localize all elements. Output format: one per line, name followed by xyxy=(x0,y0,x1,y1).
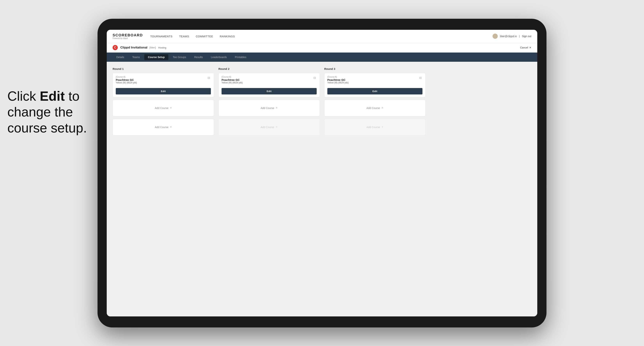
round-1-edit-button[interactable]: Edit xyxy=(116,88,211,94)
plus-icon-6: + xyxy=(382,125,384,129)
round-2-column: Round 2 (Course A) Peachtree GC Yellow (… xyxy=(218,67,320,138)
tournament-name: Clippd Invitational xyxy=(120,46,148,49)
course-label-3: (Course A) xyxy=(327,76,349,78)
tab-bar: Details Teams Course Setup Tee Groups Re… xyxy=(107,53,537,62)
tab-tee-groups[interactable]: Tee Groups xyxy=(169,54,190,60)
add-course-label-4: Add Course + xyxy=(260,125,278,129)
separator: | xyxy=(519,35,520,38)
tournament-gender: (Men) xyxy=(149,46,156,49)
add-course-label-6: Add Course + xyxy=(366,125,383,129)
delete-course-icon-3[interactable]: ⊟ xyxy=(418,76,422,80)
user-email: blair@clippd.io xyxy=(500,35,517,38)
course-card-header: (Course A) Peachtree GC Yellow (M) (6629… xyxy=(116,76,211,87)
app-logo: SCOREBOARD xyxy=(112,33,143,37)
main-content: Round 1 (Course A) Peachtree GC Yellow (… xyxy=(107,62,537,316)
round-2-add-course-1[interactable]: Add Course + xyxy=(218,100,320,116)
course-name-3: Peachtree GC xyxy=(327,78,349,81)
app-logo-sub: Powered by clippd xyxy=(112,37,143,39)
edit-emphasis: Edit xyxy=(40,89,65,103)
cancel-button[interactable]: Cancel ✕ xyxy=(520,46,532,49)
course-name-2: Peachtree GC xyxy=(222,78,243,81)
cancel-icon: ✕ xyxy=(529,46,532,49)
delete-course-icon[interactable]: ⊟ xyxy=(206,76,211,80)
tab-leaderboards[interactable]: Leaderboards xyxy=(207,54,230,60)
round-1-title: Round 1 xyxy=(112,67,214,70)
round-3-column: Round 3 (Course A) Peachtree GC Yellow (… xyxy=(324,67,426,138)
tab-teams[interactable]: Teams xyxy=(128,54,144,60)
course-info: (Course A) Peachtree GC Yellow (M) (6629… xyxy=(116,76,137,87)
round-1-add-course-1[interactable]: Add Course + xyxy=(112,100,214,116)
sign-out-link[interactable]: Sign out xyxy=(522,35,532,38)
round-3-edit-button[interactable]: Edit xyxy=(327,88,422,94)
tab-results[interactable]: Results xyxy=(190,54,206,60)
add-course-label-1: Add Course + xyxy=(155,106,172,110)
plus-icon-3: + xyxy=(276,106,278,110)
round-2-title: Round 2 xyxy=(218,67,320,70)
plus-icon: + xyxy=(170,106,172,110)
round-3-add-course-2: Add Course + xyxy=(324,119,426,135)
course-info-2: (Course A) Peachtree GC Yellow (M) (6629… xyxy=(222,76,243,87)
hosting-badge: Hosting xyxy=(158,46,166,49)
nav-tournaments[interactable]: TOURNAMENTS xyxy=(150,35,172,38)
plus-icon-2: + xyxy=(170,125,172,129)
delete-course-icon-2[interactable]: ⊟ xyxy=(312,76,317,80)
nav-committee[interactable]: COMMITTEE xyxy=(196,35,213,38)
round-3-add-course-1[interactable]: Add Course + xyxy=(324,100,426,116)
round-3-course-card: (Course A) Peachtree GC Yellow (M) (6629… xyxy=(324,73,426,97)
nav-teams[interactable]: TEAMS xyxy=(179,35,189,38)
user-avatar xyxy=(492,34,498,39)
course-details: Yellow (M) (6629 yds) xyxy=(116,81,137,84)
round-3-title: Round 3 xyxy=(324,67,426,70)
course-card-header-3: (Course A) Peachtree GC Yellow (M) (6629… xyxy=(327,76,422,87)
tab-course-setup[interactable]: Course Setup xyxy=(144,54,168,60)
round-2-add-course-2: Add Course + xyxy=(218,119,320,135)
logo-area: SCOREBOARD Powered by clippd xyxy=(112,33,143,39)
round-1-column: Round 1 (Course A) Peachtree GC Yellow (… xyxy=(112,67,214,138)
tablet-device: SCOREBOARD Powered by clippd TOURNAMENTS… xyxy=(98,19,546,328)
tab-details[interactable]: Details xyxy=(112,54,128,60)
plus-icon-5: + xyxy=(382,106,384,110)
tournament-bar: C Clippd Invitational (Men) Hosting Canc… xyxy=(107,43,537,53)
tablet-screen: SCOREBOARD Powered by clippd TOURNAMENTS… xyxy=(107,30,537,316)
course-details-3: Yellow (M) (6629 yds) xyxy=(327,81,349,84)
round-2-course-card: (Course A) Peachtree GC Yellow (M) (6629… xyxy=(218,73,320,97)
course-label-2: (Course A) xyxy=(222,76,243,78)
course-info-3: (Course A) Peachtree GC Yellow (M) (6629… xyxy=(327,76,349,87)
top-navigation: SCOREBOARD Powered by clippd TOURNAMENTS… xyxy=(107,30,537,43)
add-course-label-2: Add Course + xyxy=(155,125,172,129)
instruction-text: Click Edit tochange thecourse setup. xyxy=(7,88,87,136)
round-1-add-course-2[interactable]: Add Course + xyxy=(112,119,214,135)
add-course-label-3: Add Course + xyxy=(260,106,278,110)
tab-printables[interactable]: Printables xyxy=(231,54,250,60)
course-label: (Course A) xyxy=(116,76,137,78)
course-details-2: Yellow (M) (6629 yds) xyxy=(222,81,243,84)
course-card-header-2: (Course A) Peachtree GC Yellow (M) (6629… xyxy=(222,76,317,87)
rounds-grid: Round 1 (Course A) Peachtree GC Yellow (… xyxy=(112,67,532,138)
course-name: Peachtree GC xyxy=(116,78,137,81)
nav-rankings[interactable]: RANKINGS xyxy=(220,35,235,38)
add-course-label-5: Add Course + xyxy=(366,106,383,110)
round-2-edit-button[interactable]: Edit xyxy=(222,88,317,94)
plus-icon-4: + xyxy=(276,125,278,129)
tournament-logo: C xyxy=(112,45,118,50)
round-1-course-card: (Course A) Peachtree GC Yellow (M) (6629… xyxy=(112,73,214,97)
round-4-column-empty xyxy=(430,67,532,138)
nav-links: TOURNAMENTS TEAMS COMMITTEE RANKINGS xyxy=(150,35,492,38)
nav-right: blair@clippd.io | Sign out xyxy=(492,34,532,39)
